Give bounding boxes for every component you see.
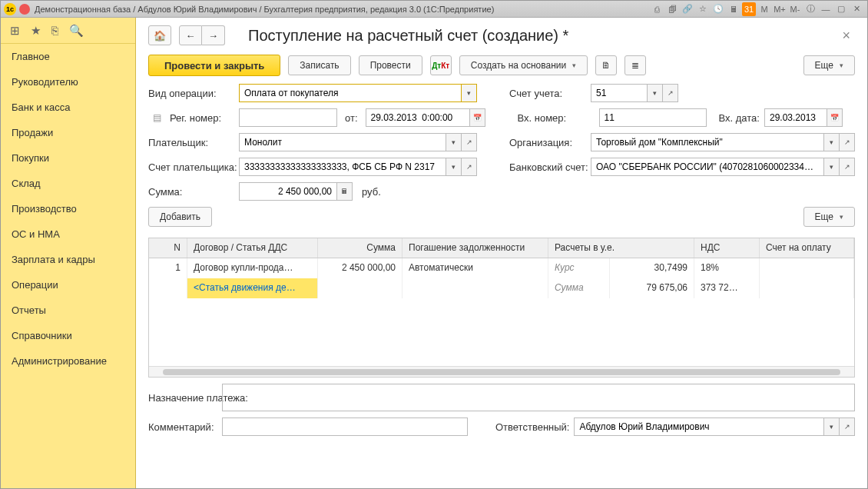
op-type-dropdown-icon[interactable]: ▾ xyxy=(462,84,477,102)
apps-icon[interactable]: ⊞ xyxy=(10,24,20,38)
create-based-button[interactable]: Создать на основании xyxy=(459,55,588,75)
th-pog[interactable]: Погашение задолженности xyxy=(403,238,548,258)
op-type-label: Вид операции: xyxy=(148,88,234,99)
sidebar-item-7[interactable]: ОС и НМА xyxy=(1,221,135,247)
tb-star-icon[interactable]: ☆ xyxy=(696,2,710,16)
bank-acc-dd-icon[interactable]: ▾ xyxy=(824,158,840,176)
cell-ras-lbl2: Сумма xyxy=(548,278,610,298)
sidebar-item-4[interactable]: Покупки xyxy=(1,145,135,171)
sum-input[interactable] xyxy=(239,182,337,201)
sidebar-item-10[interactable]: Отчеты xyxy=(1,298,135,323)
account-input[interactable] xyxy=(591,84,648,102)
search-icon[interactable]: 🔍 xyxy=(69,24,84,38)
minimize-icon[interactable]: — xyxy=(819,2,833,16)
tb-calc-icon[interactable]: 🖩 xyxy=(727,2,740,16)
payer-open-icon[interactable]: ↗ xyxy=(462,133,477,151)
sidebar-item-1[interactable]: Руководителю xyxy=(1,69,135,95)
payer-input[interactable] xyxy=(239,133,446,151)
post-close-button[interactable]: Провести и закрыть xyxy=(148,55,280,76)
account-open-icon[interactable]: ↗ xyxy=(663,84,678,102)
history-icon[interactable]: ⎘ xyxy=(51,24,58,37)
payer-dd-icon[interactable]: ▾ xyxy=(446,133,462,151)
sidebar-item-8[interactable]: Зарплата и кадры xyxy=(1,247,135,272)
page-title: Поступление на расчетный счет (создание)… xyxy=(248,27,568,45)
sidebar-item-11[interactable]: Справочники xyxy=(1,323,135,348)
payer-acc-input[interactable] xyxy=(239,158,446,176)
account-label: Счет учета: xyxy=(509,88,586,99)
back-button[interactable]: ← xyxy=(179,25,202,45)
page-close-icon[interactable]: × xyxy=(837,28,855,44)
close-dot-icon[interactable] xyxy=(19,4,30,15)
org-label: Организация: xyxy=(509,137,586,148)
payer-acc-open-icon[interactable]: ↗ xyxy=(462,158,477,176)
tb-clock-icon[interactable]: 🕓 xyxy=(711,2,725,16)
list-button[interactable]: ≣ xyxy=(624,55,646,75)
table-more-button[interactable]: Еще xyxy=(803,207,855,227)
in-date-input[interactable] xyxy=(764,108,827,127)
bank-acc-label: Банковский счет: xyxy=(509,161,586,173)
sidebar-item-2[interactable]: Банк и касса xyxy=(1,95,135,120)
responsible-open-icon[interactable]: ↗ xyxy=(840,417,855,436)
org-input[interactable] xyxy=(591,133,824,151)
org-dd-icon[interactable]: ▾ xyxy=(824,133,840,151)
home-button[interactable]: 🏠 xyxy=(148,25,171,45)
report-button[interactable]: 🗎 xyxy=(595,55,617,75)
reg-num-input[interactable] xyxy=(239,108,337,127)
bank-acc-open-icon[interactable]: ↗ xyxy=(840,158,855,176)
sidebar-item-6[interactable]: Производство xyxy=(1,196,135,221)
dtkt-button[interactable]: ДтКт xyxy=(430,55,452,75)
cell-nds: 18% xyxy=(694,258,760,278)
purpose-input[interactable] xyxy=(222,384,855,411)
save-button[interactable]: Записать xyxy=(288,55,350,75)
sidebar-item-9[interactable]: Операции xyxy=(1,272,135,298)
op-type-input[interactable] xyxy=(239,84,462,102)
table-row[interactable]: 1 Договор купли-прода… 2 450 000,00 Авто… xyxy=(149,258,854,278)
maximize-icon[interactable]: ▢ xyxy=(834,2,848,16)
post-button[interactable]: Провести xyxy=(359,55,422,75)
tb-icon-1[interactable]: ⎙ xyxy=(650,2,664,16)
mem-mminus[interactable]: M- xyxy=(788,2,802,16)
cell-dds[interactable]: <Статья движения де… xyxy=(187,278,318,298)
more-button[interactable]: Еще xyxy=(803,55,855,75)
close-icon[interactable]: ✕ xyxy=(850,2,863,16)
bank-acc-input[interactable] xyxy=(591,158,824,176)
th-ras[interactable]: Расчеты в у.е. xyxy=(548,238,694,258)
sidebar-item-12[interactable]: Администрирование xyxy=(1,348,135,374)
th-sum[interactable]: Сумма xyxy=(318,238,403,258)
mem-mplus[interactable]: M+ xyxy=(773,2,787,16)
mem-m[interactable]: M xyxy=(757,2,771,16)
sidebar-item-5[interactable]: Склад xyxy=(1,171,135,196)
comment-input[interactable] xyxy=(222,417,468,436)
tb-cal-icon[interactable]: 31 xyxy=(742,2,756,16)
account-dd-icon[interactable]: ▾ xyxy=(648,84,663,102)
sidebar-item-0[interactable]: Главное xyxy=(1,44,135,69)
responsible-input[interactable] xyxy=(574,417,824,436)
titlebar: 1c Демонстрационная база / Абдулов Юрий … xyxy=(1,1,867,18)
cell-pog: Автоматически xyxy=(403,258,548,278)
forward-button[interactable]: → xyxy=(202,25,225,45)
org-open-icon[interactable]: ↗ xyxy=(840,133,855,151)
th-dog[interactable]: Договор / Статья ДДС xyxy=(187,238,318,258)
responsible-dd-icon[interactable]: ▾ xyxy=(824,417,840,436)
payer-acc-dd-icon[interactable]: ▾ xyxy=(446,158,462,176)
doc-icon: ▤ xyxy=(148,112,165,123)
in-date-cal-icon[interactable]: 📅 xyxy=(827,108,843,127)
date-input[interactable] xyxy=(366,108,470,127)
sum-calc-icon[interactable]: 🖩 xyxy=(337,182,353,201)
sidebar-item-3[interactable]: Продажи xyxy=(1,120,135,145)
tb-icon-2[interactable]: 🗐 xyxy=(665,2,679,16)
info-icon[interactable]: ⓘ xyxy=(803,2,817,16)
in-num-input[interactable] xyxy=(599,108,707,127)
from-label: от: xyxy=(345,112,358,124)
table-row[interactable]: <Статья движения де… Сумма 79 675,06 373… xyxy=(149,278,854,298)
tb-icon-3[interactable]: 🔗 xyxy=(681,2,694,16)
th-sch[interactable]: Счет на оплату xyxy=(760,238,854,258)
add-button[interactable]: Добавить xyxy=(148,207,212,227)
date-cal-icon[interactable]: 📅 xyxy=(470,108,485,127)
favorite-icon[interactable]: ★ xyxy=(31,24,41,38)
th-n[interactable]: N xyxy=(149,238,187,258)
th-nds[interactable]: НДС xyxy=(694,238,760,258)
in-num-label: Вх. номер: xyxy=(518,112,595,124)
responsible-label: Ответственный: xyxy=(495,421,569,433)
h-scrollbar[interactable] xyxy=(149,366,854,377)
